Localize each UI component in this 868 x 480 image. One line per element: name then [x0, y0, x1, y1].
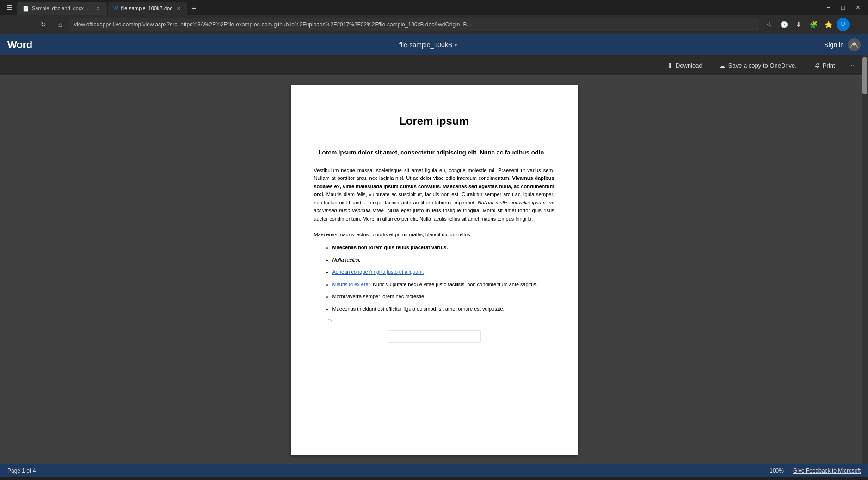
tab-2[interactable]: W file-sample_100kB.doc ✕	[108, 2, 187, 15]
settings-icon[interactable]: ···	[851, 18, 864, 31]
chart-svg	[365, 326, 504, 345]
close-button[interactable]: ✕	[851, 3, 864, 12]
tab2-label: file-sample_100kB.doc	[121, 6, 172, 11]
back-button[interactable]: ←	[4, 18, 17, 31]
list-item-6-text: Maecenas tincidunt est efficitur ligula …	[332, 306, 505, 312]
document-note: Maecenas mauris lectus, lobortis et puru…	[314, 231, 554, 239]
filename-dropdown-icon: ∨	[454, 43, 457, 48]
favorites-icon[interactable]: ⭐	[822, 18, 835, 31]
zoom-level: 100%	[770, 468, 784, 474]
refresh-button[interactable]: ↻	[37, 18, 50, 31]
signin-label: Sign in	[824, 41, 844, 49]
tab1-icon: 📄	[23, 6, 29, 12]
page-info: Page 1 of 4	[7, 468, 36, 474]
list-item-6: Maecenas tincidunt est efficitur ligula …	[332, 305, 554, 313]
word-logo: Word	[7, 39, 32, 51]
forward-button[interactable]: →	[20, 18, 33, 31]
list-item-5: Morbi viverra semper lorem nec molestie.	[332, 293, 554, 301]
list-item-4-link[interactable]: Mauris id ex erat.	[332, 282, 371, 287]
list-item-3-link[interactable]: Aenean conque fringilla justo ut aliquam…	[332, 269, 424, 275]
tab2-close[interactable]: ✕	[175, 5, 182, 12]
tab1-label: Sample .doc and .docx downlo...	[32, 6, 92, 11]
profile-avatar[interactable]: U	[837, 18, 850, 31]
list-item-2-text: Nulla facilisi.	[332, 257, 361, 263]
chart-area: 12	[314, 317, 554, 345]
list-item-4-text: Nunc vulputate neque vitae justo facilis…	[371, 282, 538, 287]
print-label: Print	[823, 62, 835, 69]
extension-icon[interactable]: 🧩	[807, 18, 820, 31]
word-filename[interactable]: file-sample_100kB ∨	[399, 41, 457, 49]
address-bar[interactable]	[70, 18, 759, 31]
maximize-button[interactable]: □	[837, 3, 850, 12]
print-button[interactable]: 🖨 Print	[809, 59, 840, 72]
tab1-close[interactable]: ✕	[95, 5, 101, 12]
document-subtitle: Lorem ipsum dolor sit amet, consectetur …	[314, 148, 554, 157]
tab-1[interactable]: 📄 Sample .doc and .docx downlo... ✕	[17, 2, 107, 15]
save-copy-button[interactable]: ☁ Save a copy to OneDrive.	[714, 59, 801, 72]
download-action-icon: ⬇	[667, 62, 673, 69]
list-item-4: Mauris id ex erat. Nunc vulputate neque …	[332, 281, 554, 289]
download-label: Download	[676, 62, 702, 69]
minimize-button[interactable]: −	[822, 3, 835, 12]
document-list: Maecenas non lorem quis tellus placerat …	[314, 244, 554, 313]
document-title: Lorem ipsum	[314, 113, 554, 129]
tab2-icon: W	[113, 6, 118, 11]
svg-point-0	[852, 43, 856, 46]
list-item-1: Maecenas non lorem quis tellus placerat …	[332, 244, 554, 252]
browser-menu-icon[interactable]: ☰	[4, 2, 15, 13]
chart-label: 12	[314, 317, 333, 324]
feedback-link[interactable]: Give Feedback to Microsoft	[793, 468, 861, 474]
cloud-icon: ☁	[719, 62, 726, 69]
signin-avatar	[848, 38, 861, 51]
new-tab-button[interactable]: +	[188, 3, 200, 15]
save-copy-label: Save a copy to OneDrive.	[728, 62, 797, 69]
download-button[interactable]: ⬇ Download	[663, 59, 707, 72]
print-icon: 🖨	[813, 62, 820, 69]
list-item-5-text: Morbi viverra semper lorem nec molestie.	[332, 294, 426, 299]
status-bar: Page 1 of 4 100% Give Feedback to Micros…	[0, 464, 868, 477]
more-actions-button[interactable]: ···	[847, 60, 861, 72]
scrollbar-thumb[interactable]	[862, 57, 867, 94]
history-icon[interactable]: 🕐	[777, 18, 790, 31]
download-browser-icon[interactable]: ⬇	[792, 18, 805, 31]
home-button[interactable]: ⌂	[54, 18, 67, 31]
bookmark-icon[interactable]: ☆	[763, 18, 776, 31]
document-body-paragraph-1: Vestibulum neque massa, scelerisque sit …	[314, 166, 554, 223]
list-item-3: Aenean conque fringilla justo ut aliquam…	[332, 268, 554, 276]
document-page: Lorem ipsum Lorem ipsum dolor sit amet, …	[291, 85, 578, 455]
signin-button[interactable]: Sign in	[824, 38, 861, 51]
list-item-2: Nulla facilisi.	[332, 256, 554, 264]
svg-rect-1	[388, 331, 480, 342]
list-item-1-text: Maecenas non lorem quis tellus placerat …	[332, 245, 448, 250]
document-area: Lorem ipsum Lorem ipsum dolor sit amet, …	[0, 76, 868, 464]
scrollbar[interactable]	[862, 55, 868, 464]
